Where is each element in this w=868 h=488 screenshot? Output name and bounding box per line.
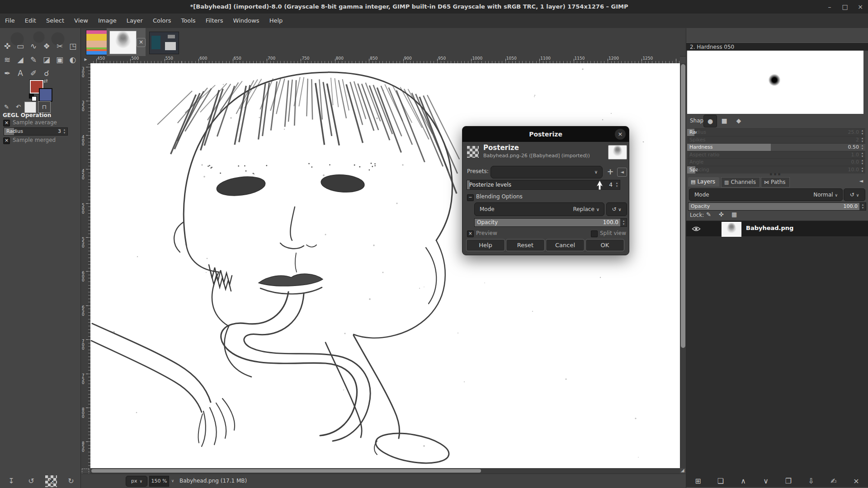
tab-paths[interactable]: ⋈Paths [761,177,790,188]
color-picker-tool[interactable]: ✐ [27,67,40,80]
brush-slider-angle[interactable]: Angle0.0▴▾ [687,158,865,166]
blend-mode-select[interactable]: Mode Replace ∨ [474,202,604,216]
paths-tool[interactable]: ✒ [1,67,14,80]
anchor-layer-button[interactable]: ✍ [828,475,840,487]
slider-spinner[interactable]: ▴▾ [860,144,865,150]
menu-filters[interactable]: Filters [201,14,228,28]
text-tool[interactable]: A [14,67,27,80]
shape-diamond-button[interactable]: ◆ [732,115,745,127]
slider-spinner[interactable]: ▴▾ [860,129,865,136]
paintbrush-tool[interactable]: ✎ [27,53,40,66]
bucket-fill-tool[interactable]: ◢ [14,53,27,66]
brush-preview[interactable] [687,51,863,114]
rectangle-select-tool[interactable]: ▭ [14,40,27,52]
background-color-swatch[interactable] [39,88,52,102]
layer-row[interactable]: Babyhead.png [686,221,868,236]
delete-layer-button[interactable]: × [850,475,862,487]
layers-dock-menu-icon[interactable]: ◄ [858,178,865,185]
screenshot-thumbnail[interactable] [149,32,179,54]
blend-mode-reset-button[interactable]: ↺ ∨ [606,202,627,216]
menu-tools[interactable]: Tools [176,14,201,28]
menu-colors[interactable]: Colors [148,14,176,28]
layer-mode-select[interactable]: Mode Normal ∨ [689,188,843,201]
blending-collapse-toggle[interactable]: − [467,194,474,201]
free-select-tool[interactable]: ∿ [27,40,40,52]
radius-spinner[interactable]: ▴▾ [62,128,67,135]
dialog-titlebar[interactable]: Posterize × [462,127,629,142]
new-layer-button[interactable]: ⊞ [692,475,704,487]
shape-circle-button[interactable]: ● [703,115,717,127]
cancel-button[interactable]: Cancel [546,239,585,251]
preview-checkbox[interactable]: × [467,230,474,237]
eraser-tool[interactable]: ◪ [40,53,53,66]
menu-layer[interactable]: Layer [122,14,148,28]
slider-spinner[interactable]: ▴▾ [860,137,865,143]
sample-merged-checkbox[interactable]: × [3,137,10,144]
close-button[interactable]: × [854,1,866,12]
zoom-input[interactable]: 150 % [149,476,169,487]
menu-file[interactable]: File [0,14,20,28]
swap-colors-icon[interactable]: ⇄ [43,78,51,84]
delete-tool-preset-button[interactable]: × [45,475,57,487]
help-button[interactable]: Help [466,239,505,251]
lock-position-icon[interactable]: ✜ [719,211,724,218]
visibility-eye-icon[interactable] [692,226,701,232]
maximize-button[interactable]: □ [839,1,851,12]
horizontal-scrollbar-thumb[interactable] [91,469,481,473]
menu-help[interactable]: Help [264,14,288,28]
layer-thumbnail[interactable] [722,222,741,237]
merge-down-button[interactable]: ⇩ [805,475,817,487]
dialog-opacity-slider[interactable]: Opacity 100.0 ▴▾ [474,218,627,227]
vertical-scrollbar[interactable] [680,63,686,468]
save-tool-preset-button[interactable]: ↧ [5,475,17,487]
brush-slider-aspect-ratio[interactable]: Aspect ratio1.0▴▾ [687,151,865,159]
tab-channels[interactable]: ▥Channels [721,177,760,188]
close-image-button[interactable]: × [137,38,146,47]
sample-average-checkbox[interactable]: × [3,120,10,127]
brush-slider-hardness[interactable]: Hardness0.50▴▾ [687,143,865,151]
smudge-tool[interactable]: ◐ [66,53,79,66]
undo-history-tab-icon[interactable]: ↶ [13,102,24,112]
preset-add-button[interactable]: + [605,166,615,178]
shape-square-button[interactable]: ■ [718,115,731,127]
preset-menu-button[interactable]: ◄ [617,168,627,177]
slider-spinner[interactable]: ▴▾ [860,167,865,173]
slider-spinner[interactable]: ▴▾ [860,152,865,158]
ruler-origin-button[interactable]: ▶ [81,56,91,64]
lock-pixels-icon[interactable]: ✎ [706,211,711,218]
brush-slider-spikes[interactable]: Spikes2▴▾ [687,136,865,144]
move-tool[interactable]: ✜ [1,40,14,52]
slider-spinner[interactable]: ▴▾ [860,159,865,165]
split-view-checkbox[interactable] [591,230,598,237]
menu-select[interactable]: Select [41,14,69,28]
select-by-color-tool[interactable]: ❖ [40,40,53,52]
posterize-dialog[interactable]: Posterize × Posterize Babyhead.png-26 ([… [462,126,629,255]
brush-slider-radius[interactable]: RadiusRadius25.0▴▾ [687,128,865,136]
layer-opacity-spinner[interactable]: ▴▾ [860,203,865,210]
dashboard-tab-icon[interactable]: ⊓ [38,101,51,113]
duplicate-layer-button[interactable]: ❐ [783,475,794,487]
warp-tool[interactable]: ≋ [1,53,14,66]
images-tab-icon[interactable] [24,102,36,113]
resize-grip[interactable]: ▪▪▪ [767,172,785,176]
menu-edit[interactable]: Edit [20,14,41,28]
window-titlebar[interactable]: *[Babyhead] (imported)-8.0 (Grayscale 8-… [0,0,868,14]
presets-select[interactable]: ∨ [491,166,603,178]
clone-tool[interactable]: ▣ [53,53,66,66]
unit-select[interactable]: px ∨ [126,476,147,487]
tab-layers[interactable]: ▤Layers [688,177,719,187]
babyhead-image-tab[interactable]: × [107,28,146,56]
layer-opacity-slider[interactable]: Opacity 100.0 ▴▾ [688,202,866,211]
menu-windows[interactable]: Windows [228,14,264,28]
horizontal-scrollbar[interactable] [90,468,680,474]
canvas[interactable] [90,63,680,468]
ok-button[interactable]: OK [585,239,624,251]
tool-options-tab-icon[interactable]: ✎ [1,102,12,112]
layer-mode-reset-button[interactable]: ↺ ∨ [844,188,865,201]
lower-layer-button[interactable]: ∨ [760,475,772,487]
reset-tool-options-button[interactable]: ↻ [65,475,77,487]
levels-spinner[interactable]: ▴▾ [614,182,619,188]
layer-list[interactable]: Babyhead.png [686,221,868,487]
crop-tool[interactable]: ✂ [53,40,66,52]
lock-alpha-icon[interactable]: ▦ [731,211,737,218]
